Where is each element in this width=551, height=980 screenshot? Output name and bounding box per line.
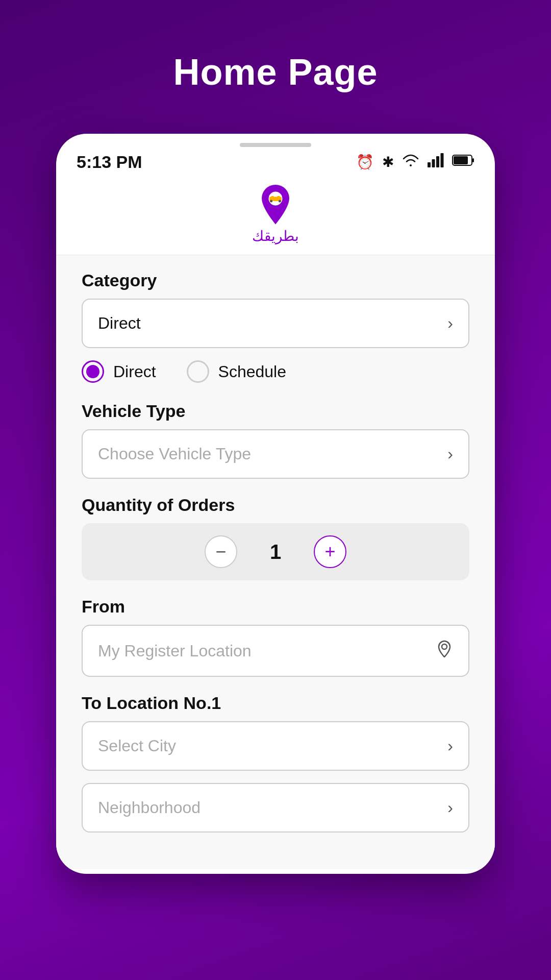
svg-rect-0 — [428, 162, 431, 167]
svg-rect-2 — [436, 156, 439, 167]
svg-rect-6 — [472, 158, 474, 162]
quantity-stepper: − 1 + — [82, 523, 469, 580]
vehicle-type-dropdown[interactable]: Choose Vehicle Type › — [82, 429, 469, 479]
form-container: Category Direct › Direct Schedule Vehicl… — [56, 255, 495, 869]
select-city-dropdown[interactable]: Select City › — [82, 721, 469, 771]
status-bar: 5:13 PM ⏰ ✱ — [56, 147, 495, 175]
logo-pin-icon — [255, 185, 296, 226]
svg-rect-10 — [277, 196, 280, 198]
radio-option-direct[interactable]: Direct — [82, 360, 156, 383]
status-time: 5:13 PM — [77, 152, 142, 172]
svg-rect-9 — [271, 196, 274, 198]
category-dropdown[interactable]: Direct › — [82, 299, 469, 348]
signal-icon — [428, 153, 444, 171]
to-location-section: To Location No.1 Select City › Neighborh… — [82, 693, 469, 832]
select-city-chevron-icon: › — [447, 737, 453, 755]
from-location-field[interactable]: My Register Location — [82, 625, 469, 677]
category-chevron-icon: › — [447, 314, 453, 333]
page-title: Home Page — [173, 51, 378, 93]
wifi-icon — [402, 153, 419, 171]
vehicle-type-placeholder: Choose Vehicle Type — [98, 445, 251, 463]
category-section: Category Direct › Direct Schedule — [82, 271, 469, 383]
svg-point-12 — [279, 200, 281, 202]
radio-label-schedule: Schedule — [218, 362, 286, 381]
radio-circle-direct — [82, 360, 104, 383]
to-location-label: To Location No.1 — [82, 693, 469, 713]
status-icons-group: ⏰ ✱ — [356, 153, 474, 171]
from-section: From My Register Location — [82, 597, 469, 677]
location-pin-icon — [436, 640, 453, 662]
plus-icon: + — [324, 541, 335, 562]
minus-icon: − — [215, 541, 226, 562]
delivery-type-radio-group: Direct Schedule — [82, 360, 469, 383]
alarm-icon: ⏰ — [356, 154, 374, 170]
phone-notch — [56, 134, 495, 147]
category-label: Category — [82, 271, 469, 290]
radio-option-schedule[interactable]: Schedule — [187, 360, 286, 383]
quantity-plus-button[interactable]: + — [314, 535, 346, 568]
notch-bar — [240, 143, 311, 147]
select-city-placeholder: Select City — [98, 737, 176, 755]
app-logo-text: بطريقك — [252, 228, 299, 244]
svg-rect-5 — [454, 156, 468, 164]
app-logo-section: بطريقك — [56, 175, 495, 255]
neighborhood-chevron-icon: › — [447, 798, 453, 817]
neighborhood-dropdown[interactable]: Neighborhood › — [82, 783, 469, 832]
quantity-section: Quantity of Orders − 1 + — [82, 495, 469, 580]
quantity-label: Quantity of Orders — [82, 495, 469, 515]
category-value: Direct — [98, 314, 141, 333]
vehicle-type-label: Vehicle Type — [82, 401, 469, 421]
from-placeholder: My Register Location — [98, 642, 252, 660]
svg-rect-3 — [441, 153, 444, 167]
svg-point-11 — [270, 200, 272, 202]
bluetooth-icon: ✱ — [382, 154, 394, 170]
phone-frame: 5:13 PM ⏰ ✱ — [56, 134, 495, 874]
quantity-value: 1 — [263, 541, 288, 564]
from-label: From — [82, 597, 469, 617]
battery-icon — [452, 154, 474, 170]
radio-label-direct: Direct — [113, 362, 156, 381]
vehicle-type-chevron-icon: › — [447, 445, 453, 463]
radio-circle-schedule — [187, 360, 209, 383]
neighborhood-placeholder: Neighborhood — [98, 798, 201, 817]
svg-point-13 — [442, 644, 447, 649]
svg-rect-1 — [432, 159, 435, 167]
vehicle-type-section: Vehicle Type Choose Vehicle Type › — [82, 401, 469, 479]
quantity-minus-button[interactable]: − — [205, 535, 237, 568]
